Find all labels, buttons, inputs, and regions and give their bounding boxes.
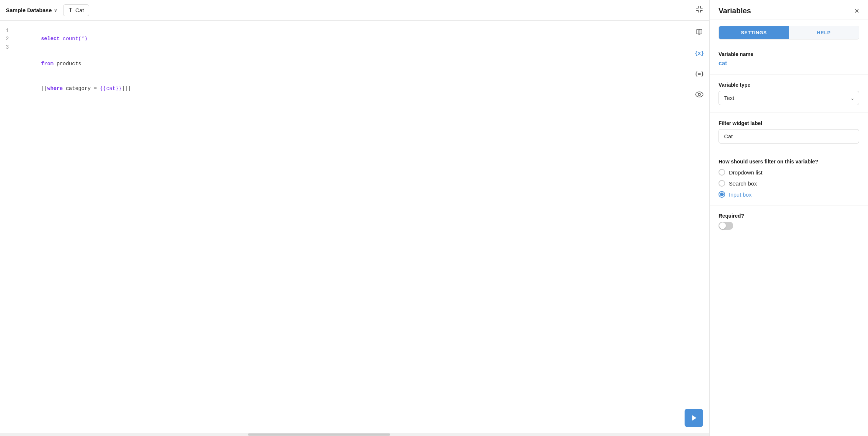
panel-tabs: SETTINGS HELP [719,26,859,39]
radio-search-circle [719,180,725,187]
divider-2 [710,113,868,113]
filter-widget-label-group: Filter widget label [719,120,859,143]
radio-input-box[interactable]: Input box [719,191,859,198]
editor-icons: {x} {=} [690,21,709,433]
scrollbar-thumb [248,433,390,436]
query-tab[interactable]: T Cat [63,4,89,16]
left-panel: Sample Database ∨ T Cat 1 2 3 select cou… [0,0,709,436]
database-name: Sample Database [6,7,52,13]
variable-name-value: cat [719,60,859,67]
line-numbers: 1 2 3 [0,21,13,433]
variable-name-label: Variable name [719,51,859,57]
required-label: Required? [719,213,859,219]
filter-options-group: How should users filter on this variable… [719,159,859,198]
required-section: Required? [719,213,859,230]
run-button-area [685,409,703,427]
filter-widget-input[interactable] [719,129,859,143]
variable-type-select-wrapper: Text Number Date Boolean ⌄ [719,91,859,105]
db-chevron-icon: ∨ [54,8,57,13]
variable-type-label: Variable type [719,82,859,88]
radio-search-box[interactable]: Search box [719,180,859,187]
svg-point-1 [698,93,700,96]
variable-type-select[interactable]: Text Number Date Boolean [719,91,859,105]
radio-input-circle [719,191,725,198]
variables-icon[interactable]: {x} [693,47,705,59]
divider-1 [710,74,868,75]
variable-type-group: Variable type Text Number Date Boolean ⌄ [719,82,859,105]
code-line-3: [[where category = {{cat}}]]| [16,76,687,101]
radio-input-label: Input box [729,191,752,198]
query-tab-name: Cat [75,7,84,13]
snippet-icon[interactable]: {=} [693,68,705,80]
t-icon: T [69,7,72,14]
tab-help[interactable]: HELP [789,26,859,39]
radio-group: Dropdown list Search box Input box [719,169,859,198]
radio-dropdown-list[interactable]: Dropdown list [719,169,859,176]
variables-panel-header: Variables × [710,0,868,20]
svg-point-0 [696,92,703,97]
radio-search-label: Search box [729,180,757,187]
variables-panel-title: Variables [719,7,751,15]
divider-3 [710,151,868,151]
toggle-thumb [719,222,726,229]
code-line-1: select count(*) [16,27,687,51]
variable-name-group: Variable name cat [719,51,859,67]
filter-widget-label: Filter widget label [719,120,859,126]
editor-area: 1 2 3 select count(*) from products [[wh… [0,21,709,433]
divider-4 [710,205,868,205]
compress-icon[interactable] [696,6,703,15]
database-selector[interactable]: Sample Database ∨ [6,7,57,13]
horizontal-scrollbar[interactable] [0,433,709,436]
code-line-2: from products [16,51,687,76]
close-button[interactable]: × [854,7,859,15]
panel-content: Variable name cat Variable type Text Num… [710,45,868,236]
radio-dropdown-circle [719,169,725,176]
run-button[interactable] [685,409,703,427]
eye-icon[interactable] [693,89,705,100]
toggle-wrapper [719,222,859,230]
filter-question-label: How should users filter on this variable… [719,159,859,165]
tab-settings[interactable]: SETTINGS [719,26,789,39]
required-toggle[interactable] [719,222,733,230]
svg-marker-2 [692,415,696,421]
code-content[interactable]: select count(*) from products [[where ca… [13,21,690,433]
editor-header: Sample Database ∨ T Cat [0,0,709,21]
book-icon[interactable] [693,27,705,38]
variables-panel: Variables × SETTINGS HELP Variable name … [709,0,868,436]
radio-dropdown-label: Dropdown list [729,169,762,176]
